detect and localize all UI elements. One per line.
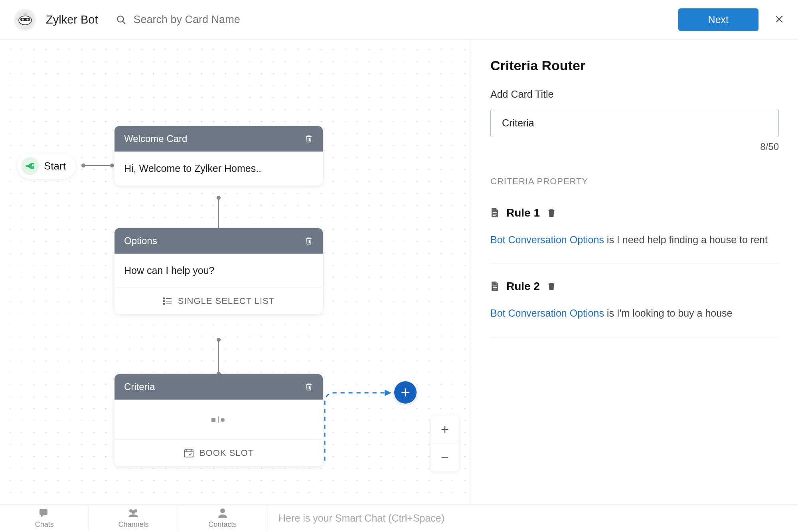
rocket-icon — [21, 157, 39, 175]
card-body — [115, 400, 323, 439]
char-count: 8/50 — [490, 141, 779, 152]
zoom-out-button[interactable]: − — [431, 443, 459, 471]
trash-icon[interactable] — [304, 382, 313, 392]
card-header: Options — [115, 228, 323, 254]
svg-rect-25 — [493, 212, 497, 213]
svg-rect-17 — [218, 416, 219, 423]
bot-avatar — [14, 9, 36, 31]
start-node[interactable]: Start — [17, 154, 76, 179]
rule-text: Bot Conversation Options is I'm looking … — [490, 305, 779, 321]
svg-point-34 — [220, 508, 225, 513]
tab-contacts[interactable]: Contacts — [178, 505, 267, 531]
svg-point-6 — [117, 16, 123, 22]
document-icon — [490, 281, 499, 292]
svg-point-14 — [163, 303, 164, 305]
field-label: Add Card Title — [490, 89, 779, 100]
add-card-button[interactable] — [394, 381, 417, 404]
card-title: Criteria — [124, 381, 155, 392]
card-body: How can I help you? — [115, 254, 323, 288]
panel-title: Criteria Router — [490, 58, 779, 73]
card-criteria[interactable]: Criteria BOOK SLOT — [115, 374, 323, 466]
dashed-connector — [323, 387, 397, 465]
rule-block: Rule 1 Bot Conversation Options is I nee… — [490, 207, 779, 264]
bot-name: Zylker Bot — [46, 13, 98, 26]
placeholder-icon — [211, 415, 227, 424]
tab-chats[interactable]: Chats — [0, 505, 89, 531]
document-icon — [490, 208, 499, 218]
svg-point-10 — [163, 298, 164, 299]
tab-label: Chats — [0, 520, 89, 529]
svg-rect-30 — [493, 289, 496, 290]
card-header: Criteria — [115, 374, 323, 400]
card-footer-label: SINGLE SELECT LIST — [178, 296, 275, 306]
card-body: Hi, Welcome to Zylker Homes.. — [115, 152, 323, 185]
rule-condition: is I need help finding a house to rent — [604, 234, 768, 245]
rule-condition: is I'm looking to buy a house — [604, 307, 733, 319]
svg-rect-29 — [493, 287, 497, 288]
bottom-bar: Chats Channels Contacts Here is your Sma… — [0, 504, 798, 532]
svg-point-33 — [132, 510, 135, 514]
trash-icon[interactable] — [304, 134, 313, 144]
flow-canvas[interactable]: Start Welcome Card Hi, Welcome to Zylker… — [0, 40, 471, 504]
card-title: Welcome Card — [124, 133, 187, 144]
chats-icon — [39, 508, 50, 518]
card-footer-label: BOOK SLOT — [200, 448, 254, 458]
svg-point-18 — [221, 418, 225, 422]
card-footer[interactable]: BOOK SLOT — [115, 439, 323, 466]
bottom-tabs: Chats Channels Contacts — [0, 505, 267, 531]
connector-line — [218, 340, 219, 374]
svg-rect-26 — [493, 214, 497, 215]
connector-line — [83, 165, 112, 166]
tab-label: Channels — [89, 520, 178, 529]
tab-channels[interactable]: Channels — [89, 505, 178, 531]
next-button[interactable]: Next — [678, 8, 758, 31]
svg-point-3 — [22, 18, 24, 20]
start-label: Start — [44, 160, 66, 172]
app-header: Zylker Bot Next — [0, 0, 798, 40]
rule-link[interactable]: Bot Conversation Options — [490, 234, 604, 245]
card-welcome[interactable]: Welcome Card Hi, Welcome to Zylker Homes… — [115, 126, 323, 185]
card-footer[interactable]: SINGLE SELECT LIST — [115, 288, 323, 314]
svg-point-12 — [163, 301, 164, 302]
svg-rect-19 — [184, 450, 193, 457]
rule-header: Rule 1 — [490, 207, 779, 219]
svg-point-5 — [23, 13, 27, 16]
channels-icon — [128, 508, 139, 518]
card-options[interactable]: Options How can I help you? SINGLE SELEC… — [115, 228, 323, 314]
search-input[interactable] — [134, 14, 333, 26]
zoom-control: + − — [431, 416, 459, 471]
rule-name: Rule 1 — [506, 207, 540, 219]
trash-icon[interactable] — [547, 208, 556, 218]
rule-link[interactable]: Bot Conversation Options — [490, 307, 604, 319]
rule-header: Rule 2 — [490, 280, 779, 293]
connector-line — [218, 198, 219, 230]
search-icon — [116, 15, 126, 25]
svg-rect-16 — [211, 418, 215, 422]
card-header: Welcome Card — [115, 126, 323, 152]
rule-text: Bot Conversation Options is I need help … — [490, 232, 779, 248]
svg-rect-28 — [493, 286, 497, 286]
rule-block: Rule 2 Bot Conversation Options is I'm l… — [490, 280, 779, 337]
svg-rect-27 — [493, 215, 496, 216]
svg-point-4 — [26, 18, 28, 20]
side-panel: Criteria Router Add Card Title 8/50 CRIT… — [471, 40, 798, 504]
calendar-icon — [184, 448, 194, 458]
close-icon[interactable] — [774, 13, 784, 27]
search-wrap — [116, 14, 678, 26]
card-title-input[interactable] — [490, 109, 779, 137]
list-icon — [163, 297, 172, 305]
tab-label: Contacts — [178, 520, 267, 529]
svg-line-7 — [122, 21, 125, 24]
trash-icon[interactable] — [547, 281, 556, 292]
smart-chat-input[interactable]: Here is your Smart Chat (Ctrl+Space) — [279, 512, 444, 524]
trash-icon[interactable] — [304, 236, 313, 246]
contacts-icon — [217, 508, 228, 518]
main-content: Start Welcome Card Hi, Welcome to Zylker… — [0, 40, 798, 504]
zoom-in-button[interactable]: + — [431, 416, 459, 443]
card-title: Options — [124, 235, 157, 246]
rule-name: Rule 2 — [506, 280, 540, 293]
section-label: CRITERIA PROPERTY — [490, 176, 779, 187]
